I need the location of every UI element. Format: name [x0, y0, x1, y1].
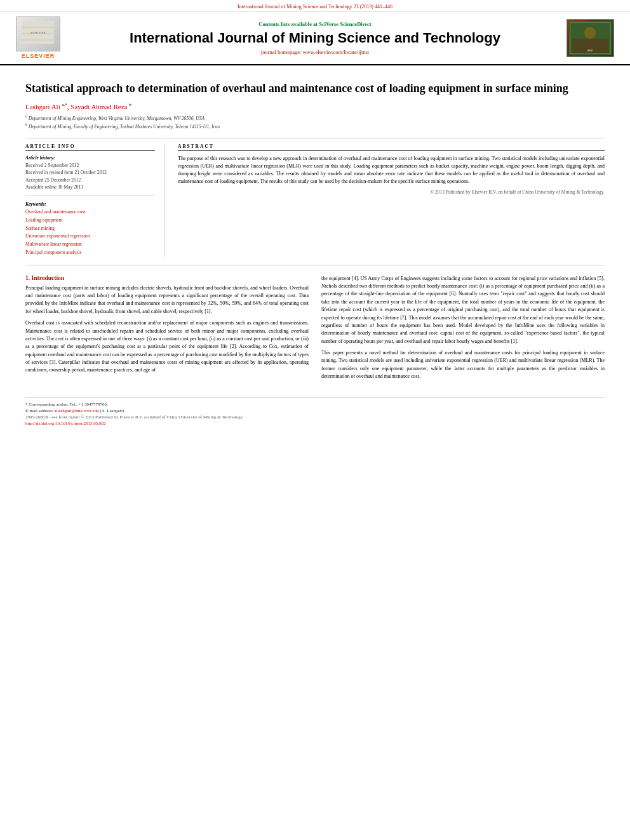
- authors-line: Lashgari Ali a,*, Sayadi Ahmad Reza b: [25, 102, 605, 110]
- intro-para1: Principal loading equipment in surface m…: [25, 284, 309, 316]
- article-info-heading: ARTICLE INFO: [25, 143, 155, 151]
- email-label: E-mail address:: [25, 408, 53, 413]
- paper-title: Statistical approach to determination of…: [25, 81, 605, 96]
- available-label: Contents lists available at: [258, 21, 318, 27]
- email-link[interactable]: allashgari@mix.wvu.edu: [55, 408, 99, 413]
- email-note: E-mail address: allashgari@mix.wvu.edu (…: [25, 408, 605, 415]
- affil-a-text: Department of Mining Engineering, West V…: [29, 116, 204, 121]
- divider-1: [25, 138, 605, 138]
- journal-thumbnail: IJMST: [566, 19, 617, 57]
- body-col-1: 1. Introduction Principal loading equipm…: [25, 275, 309, 385]
- journal-thumb-image: IJMST: [566, 19, 614, 57]
- affil-sup-a: a: [25, 114, 27, 118]
- abstract-heading: ABSTRACT: [178, 143, 605, 151]
- affil-sup-b: b: [25, 123, 27, 126]
- accepted-date: Accepted 25 December 2012: [25, 177, 155, 183]
- corresponding-note: * Corresponding author. Tel.: +1 3047779…: [25, 401, 605, 408]
- intro-section-title: 1. Introduction: [25, 275, 309, 281]
- journal-title: International Journal of Mining Science …: [70, 30, 560, 46]
- homepage-label: journal homepage:: [261, 49, 303, 55]
- svg-text:IJMST: IJMST: [587, 50, 594, 52]
- header-center: Contents lists available at SciVerse Sci…: [70, 21, 560, 55]
- keywords-list: Overhaul and maintenance costLoading equ…: [25, 208, 155, 257]
- divider-2: [25, 265, 605, 265]
- author1-sup: a,*: [62, 102, 67, 107]
- revised-date: Received in revised form 21 October 2012: [25, 169, 155, 176]
- journal-url: journal homepage: www.elsevier.com/locat…: [70, 49, 560, 55]
- email-suffix: (A. Lashgari).: [100, 408, 124, 413]
- online-date: Available online 30 May 2013: [25, 183, 155, 190]
- svg-point-8: [584, 27, 596, 38]
- journal-header: ELSEVIER ELSEVIER Contents lists availab…: [0, 11, 630, 65]
- author2: Sayadi Ahmad Reza: [70, 103, 127, 110]
- doi-line[interactable]: http://dx.doi.org/10.1016/j.ijmst.2013.0…: [25, 421, 605, 426]
- received-date: Received 2 September 2012: [25, 162, 155, 169]
- divider-keywords: [25, 196, 155, 196]
- keyword-item: Overhaul and maintenance cost: [25, 208, 155, 217]
- homepage-url[interactable]: www.elsevier.com/locate/ijmst: [302, 49, 369, 55]
- keyword-item: Loading equipment: [25, 217, 155, 225]
- affiliations: a Department of Mining Engineering, West…: [25, 114, 605, 130]
- elsevier-logo-area: ELSEVIER ELSEVIER: [13, 17, 64, 59]
- author1: Lashgari Ali: [25, 103, 60, 110]
- body-columns: 1. Introduction Principal loading equipm…: [25, 275, 605, 385]
- copyright-line: © 2013 Published by Elsevier B.V. on beh…: [178, 189, 605, 195]
- abstract-text: The purpose of this research was to deve…: [178, 155, 605, 185]
- article-info-section: ARTICLE INFO Article history: Received 2…: [25, 143, 605, 257]
- issn-line: 2095-2686/$ - see front matter © 2013 Pu…: [25, 415, 605, 420]
- keyword-item: Surface mining: [25, 225, 155, 233]
- footnote-area: * Corresponding author. Tel.: +1 3047779…: [25, 397, 605, 426]
- keyword-item: Multivariate linear regression: [25, 241, 155, 249]
- body-col-2: the equipment [4]. US Army Corps of Engi…: [321, 275, 605, 385]
- intro-para3: the equipment [4]. US Army Corps of Engi…: [321, 275, 605, 346]
- intro-para4: This paper presents a novel method for d…: [321, 349, 605, 381]
- journal-top-header: International Journal of Mining Science …: [0, 0, 630, 11]
- keywords-label: Keywords:: [25, 201, 155, 207]
- available-text: Contents lists available at SciVerse Sci…: [70, 21, 560, 27]
- history-label: Article history:: [25, 155, 155, 161]
- intro-para2: Overhaul cost is associated with schedul…: [25, 319, 309, 375]
- article-info-left: ARTICLE INFO Article history: Received 2…: [25, 143, 165, 257]
- paper-content: Statistical approach to determination of…: [0, 65, 630, 439]
- author2-sup: b: [129, 102, 131, 107]
- keyword-item: Univariate exponential regression: [25, 232, 155, 241]
- elsevier-tree-logo: ELSEVIER: [16, 17, 60, 51]
- elsevier-text: ELSEVIER: [22, 53, 55, 59]
- sciverse-label: SciVerse ScienceDirect: [319, 21, 371, 27]
- keyword-item: Principal component analysis: [25, 249, 155, 257]
- affil-b-text: Department of Mining, Faculty of Enginee…: [29, 124, 220, 130]
- abstract-area: ABSTRACT The purpose of this research wa…: [178, 143, 605, 257]
